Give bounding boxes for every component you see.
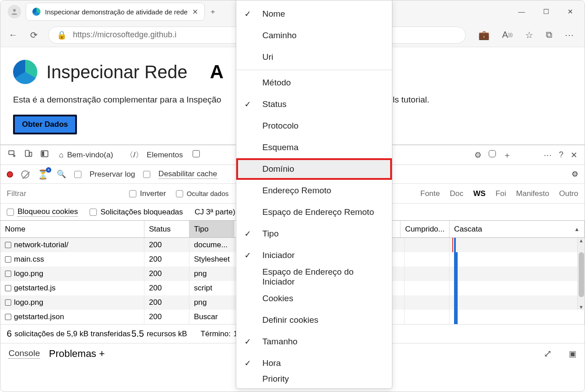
clear-button[interactable] bbox=[21, 170, 29, 178]
record-button[interactable] bbox=[7, 171, 13, 178]
profile-avatar[interactable] bbox=[8, 5, 21, 18]
read-aloud-icon[interactable]: A))) bbox=[502, 30, 513, 40]
get-data-button[interactable]: Obter Dados bbox=[13, 115, 77, 134]
invert-checkbox[interactable] bbox=[129, 190, 136, 197]
drawer-console-tab[interactable]: Console bbox=[9, 348, 40, 359]
more-tools-icon[interactable]: ⋯ bbox=[544, 150, 552, 160]
context-menu-item[interactable]: ✓Status bbox=[236, 94, 392, 115]
row-fulfilled bbox=[405, 252, 450, 267]
context-menu-item[interactable]: Espaço de Endereço do Iniciador bbox=[236, 266, 392, 288]
row-type: script bbox=[189, 281, 234, 295]
col-type[interactable]: Tipo bbox=[189, 221, 234, 237]
context-menu-item-label: Tipo bbox=[262, 229, 279, 239]
filter-ws[interactable]: WS bbox=[473, 189, 486, 198]
preserve-log-label: Preservar log bbox=[90, 170, 135, 179]
context-menu-item[interactable]: Priority bbox=[236, 374, 392, 385]
context-menu-item[interactable]: Método bbox=[236, 72, 392, 94]
tab-elements[interactable]: 〈/〉 Elementos bbox=[123, 150, 185, 160]
context-menu-item[interactable]: Domínio bbox=[236, 158, 392, 180]
col-waterfall[interactable]: Cascata▲ bbox=[450, 221, 585, 237]
add-tab-icon[interactable]: ＋ bbox=[503, 150, 511, 160]
context-menu-item[interactable]: ✓Nome bbox=[236, 3, 392, 25]
blocked-requests-checkbox[interactable] bbox=[90, 209, 97, 216]
context-menu-item[interactable]: ✓Hora bbox=[236, 352, 392, 374]
responsive-icon[interactable]: ⤢ bbox=[544, 348, 552, 360]
briefcase-icon[interactable]: 💼 bbox=[478, 30, 490, 40]
close-devtools-icon[interactable]: ✕ bbox=[571, 150, 577, 160]
network-settings-icon[interactable]: ⚙ bbox=[572, 169, 578, 179]
context-menu-item[interactable]: Cookies bbox=[236, 288, 392, 309]
row-status: 200 bbox=[144, 267, 189, 281]
requests-count: 6 bbox=[7, 329, 12, 339]
context-menu-item-label: Cookies bbox=[262, 294, 293, 303]
tab-console-icon[interactable] bbox=[193, 150, 200, 160]
help-icon[interactable]: ? bbox=[559, 150, 563, 160]
dock-icon[interactable] bbox=[40, 149, 49, 160]
filter-doc[interactable]: Doc bbox=[450, 189, 464, 198]
preserve-log-checkbox[interactable] bbox=[74, 171, 81, 178]
home-icon: ⌂ bbox=[59, 151, 63, 160]
close-window-button[interactable]: ✕ bbox=[566, 8, 575, 16]
row-type: Buscar bbox=[189, 310, 234, 324]
filter-toggle-icon[interactable]: ⏳× bbox=[37, 169, 49, 180]
context-menu-item[interactable]: Protocolo bbox=[236, 115, 392, 137]
hide-data-checkbox[interactable] bbox=[176, 190, 183, 197]
context-menu-item[interactable]: ✓Tipo bbox=[236, 223, 392, 245]
disable-cache-label: Desabilitar cache bbox=[158, 169, 217, 179]
row-fulfilled bbox=[405, 281, 450, 295]
more-icon[interactable]: ⋯ bbox=[565, 30, 574, 40]
file-icon bbox=[5, 285, 11, 291]
table-scrollbar[interactable]: ▲▼ bbox=[577, 238, 585, 310]
context-menu-item[interactable]: Espaço de Endereço Remoto bbox=[236, 201, 392, 223]
cpu-icon[interactable]: ⚙︎ bbox=[474, 150, 482, 160]
context-menu-item[interactable]: Uri bbox=[236, 46, 392, 68]
col-fulfilled[interactable]: Cumprido... bbox=[400, 221, 450, 237]
favorite-icon[interactable]: ☆ bbox=[525, 30, 533, 40]
drawer-dock-icon[interactable]: ▣ bbox=[569, 349, 576, 359]
context-menu-item-label: Iniciador bbox=[262, 250, 295, 260]
file-icon bbox=[5, 299, 11, 306]
back-button[interactable]: ← bbox=[7, 29, 19, 41]
context-menu-item[interactable]: Endereço Remoto bbox=[236, 180, 392, 201]
col-status[interactable]: Status bbox=[144, 221, 189, 237]
context-menu-item[interactable]: ✓Tamanho bbox=[236, 331, 392, 352]
browser-tab[interactable]: Inspecionar demonstração de atividade de… bbox=[26, 3, 205, 21]
svg-rect-3 bbox=[30, 152, 32, 156]
check-icon: ✓ bbox=[244, 358, 251, 368]
tab-welcome[interactable]: ⌂ Bem-vindo(a) bbox=[56, 151, 116, 160]
code-icon: 〈/〉 bbox=[126, 150, 143, 160]
device-icon[interactable] bbox=[24, 149, 33, 160]
filter-manifesto[interactable]: Manifesto bbox=[516, 189, 549, 198]
drawer-problems-tab[interactable]: Problemas + bbox=[49, 348, 105, 360]
context-menu-item-label: Esquema bbox=[262, 143, 298, 152]
context-menu-item-label: Status bbox=[262, 99, 287, 109]
filter-input[interactable]: Filtrar bbox=[7, 189, 119, 198]
context-menu-item[interactable]: ✓Iniciador bbox=[236, 245, 392, 266]
context-menu-item-label: Protocolo bbox=[262, 121, 298, 131]
new-tab-button[interactable]: ＋ bbox=[209, 7, 216, 17]
maximize-button[interactable]: ☐ bbox=[541, 8, 550, 16]
context-menu-item[interactable]: Definir cookies bbox=[236, 309, 392, 331]
refresh-button[interactable]: ⟳ bbox=[27, 29, 40, 41]
filter-outro[interactable]: Outro bbox=[559, 189, 578, 198]
row-status: 200 bbox=[144, 281, 189, 295]
row-name: main.css bbox=[14, 255, 44, 264]
tab-close-icon[interactable]: ✕ bbox=[192, 8, 198, 16]
app-icon[interactable] bbox=[489, 150, 496, 160]
context-menu-item[interactable]: Caminho bbox=[236, 25, 392, 46]
blocked-cookies-checkbox[interactable] bbox=[7, 209, 14, 216]
inspect-icon[interactable] bbox=[8, 149, 17, 160]
search-icon[interactable]: 🔍 bbox=[57, 169, 66, 179]
edge-logo-icon bbox=[32, 8, 40, 16]
filter-foi[interactable]: Foi bbox=[495, 189, 506, 198]
tab-title: Inspecionar demonstração de atividade de… bbox=[45, 8, 188, 16]
filter-source[interactable]: Fonte bbox=[420, 189, 440, 198]
collections-icon[interactable]: ⧉ bbox=[546, 30, 552, 40]
row-fulfilled bbox=[405, 295, 450, 310]
row-fulfilled bbox=[405, 238, 450, 252]
row-waterfall bbox=[450, 267, 585, 281]
disable-cache-checkbox[interactable] bbox=[143, 171, 150, 178]
context-menu-item[interactable]: Esquema bbox=[236, 137, 392, 158]
minimize-button[interactable]: ― bbox=[517, 8, 526, 16]
col-name[interactable]: Nome bbox=[0, 221, 144, 237]
